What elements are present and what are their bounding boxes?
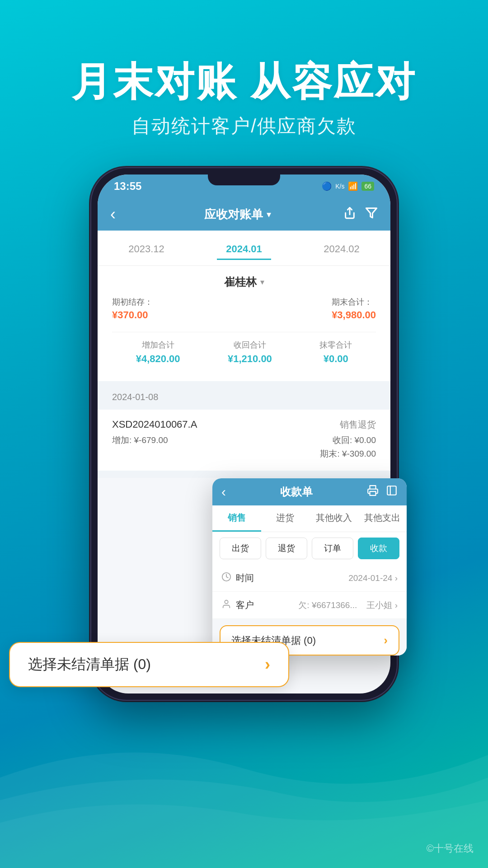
phone-mockup: 13:55 🔵 K/s 📶 66 ‹ 应收对账单 ▾ <box>90 167 398 701</box>
customer-row[interactable]: 客户 欠: ¥6671366... 王小姐 › <box>212 592 407 619</box>
svg-rect-3 <box>387 486 396 495</box>
time-row[interactable]: 时间 2024-01-24 › <box>212 565 407 592</box>
transaction-period-end: 期末: ¥-309.00 <box>320 448 376 460</box>
btn-return[interactable]: 退货 <box>266 538 307 559</box>
signal-text: K/s <box>335 183 344 190</box>
svg-marker-1 <box>366 208 376 217</box>
bluetooth-icon: 🔵 <box>322 181 332 191</box>
tab-sales[interactable]: 销售 <box>212 505 261 532</box>
watermark: ©十号在线 <box>427 842 474 855</box>
date-tabs: 2023.12 2024.01 2024.02 <box>98 231 390 266</box>
recovery-total-value: ¥1,210.00 <box>228 353 272 365</box>
header-actions <box>343 207 378 222</box>
share-icon[interactable] <box>343 207 356 222</box>
transaction-section: 2024-01-08 XSD2024010067.A 销售退货 增加: ¥-67… <box>98 381 390 478</box>
header-title-area: 应收对账单 ▾ <box>204 207 271 222</box>
transaction-date-header: 2024-01-08 <box>98 387 390 408</box>
customer-name: 崔桂林 <box>224 275 257 289</box>
tab-purchase[interactable]: 进货 <box>261 505 310 532</box>
status-icons: 🔵 K/s 📶 66 <box>322 181 374 191</box>
transaction-recovery: 收回: ¥0.00 <box>320 434 376 446</box>
btn-order[interactable]: 订单 <box>312 538 353 559</box>
hero-title: 月末对账 从容应对 <box>0 59 488 104</box>
transaction-increase: 增加: ¥-679.00 <box>112 434 168 462</box>
svg-point-6 <box>225 600 228 604</box>
transaction-right: 收回: ¥0.00 期末: ¥-309.00 <box>320 434 376 462</box>
increase-total-label: 增加合计 <box>136 340 180 350</box>
hero-subtitle: 自动统计客户/供应商欠款 <box>0 113 488 139</box>
summary-row: 期初结存： ¥370.00 期末合计： ¥3,980.00 <box>112 297 376 321</box>
opening-balance-label: 期初结存： <box>112 297 153 307</box>
closing-total: 期末合计： ¥3,980.00 <box>332 297 376 321</box>
phone-notch <box>208 175 280 185</box>
customer-row-label: 客户 <box>221 599 254 611</box>
opening-balance-amount: ¥370.00 <box>112 309 153 321</box>
customer-card: 崔桂林 ▾ 期初结存： ¥370.00 期末合计： ¥3,980.00 <box>98 266 390 381</box>
unsettled-banner-text: 选择未结清单据 (0) <box>28 655 151 675</box>
transaction-type: 销售退货 <box>340 419 376 431</box>
overlay-card: ‹ 收款单 销售 <box>212 478 407 656</box>
unsettled-inner-arrow: › <box>384 633 388 647</box>
recovery-total: 收回合计 ¥1,210.00 <box>228 340 272 365</box>
increase-total: 增加合计 ¥4,820.00 <box>136 340 180 365</box>
status-time: 13:55 <box>114 180 141 193</box>
date-tab-2024-02[interactable]: 2024.02 <box>314 240 369 260</box>
overlay-title: 收款单 <box>280 485 313 499</box>
customer-dropdown-icon[interactable]: ▾ <box>260 277 264 287</box>
btn-payment[interactable]: 收款 <box>358 538 399 559</box>
battery-icon: 66 <box>361 182 374 191</box>
app-header: ‹ 应收对账单 ▾ <box>98 198 390 231</box>
wifi-icon: 📶 <box>348 181 358 191</box>
customer-icon <box>221 599 231 611</box>
stats-row: 增加合计 ¥4,820.00 收回合计 ¥1,210.00 抹零合计 ¥0.00 <box>112 332 376 372</box>
time-label-text: 时间 <box>236 572 254 584</box>
btn-outgoing[interactable]: 出货 <box>220 538 261 559</box>
transaction-id: XSD2024010067.A <box>112 419 197 431</box>
overlay-header: ‹ 收款单 <box>212 478 407 505</box>
roundoff-total-value: ¥0.00 <box>319 353 352 365</box>
hero-section: 月末对账 从容应对 自动统计客户/供应商欠款 <box>0 0 488 166</box>
transaction-card[interactable]: XSD2024010067.A 销售退货 增加: ¥-679.00 收回: ¥0… <box>98 410 390 471</box>
overlay-header-icons <box>367 485 398 499</box>
back-button[interactable]: ‹ <box>110 205 132 224</box>
header-title-dropdown-icon[interactable]: ▾ <box>267 209 271 220</box>
list-icon[interactable] <box>386 485 398 499</box>
transaction-header: XSD2024010067.A 销售退货 <box>112 419 376 431</box>
overlay-back-button[interactable]: ‹ <box>221 484 226 500</box>
filter-icon[interactable] <box>365 207 378 222</box>
transaction-details: 增加: ¥-679.00 收回: ¥0.00 期末: ¥-309.00 <box>112 434 376 462</box>
closing-total-amount: ¥3,980.00 <box>332 309 376 321</box>
recovery-total-label: 收回合计 <box>228 340 272 350</box>
unsettled-banner[interactable]: 选择未结清单据 (0) › <box>9 642 289 687</box>
time-icon <box>221 572 231 584</box>
unsettled-banner-arrow: › <box>265 655 270 674</box>
tab-other-income[interactable]: 其他收入 <box>310 505 358 532</box>
date-tab-2023-12[interactable]: 2023.12 <box>119 240 174 260</box>
customer-row-label-text: 客户 <box>236 599 254 611</box>
action-buttons-row: 出货 退货 订单 收款 <box>212 532 407 565</box>
customer-name-row: 崔桂林 ▾ <box>112 275 376 289</box>
date-tab-2024-01[interactable]: 2024.01 <box>217 240 271 260</box>
closing-total-label: 期末合计： <box>332 297 376 307</box>
svg-rect-2 <box>370 491 376 495</box>
increase-total-value: ¥4,820.00 <box>136 353 180 365</box>
overlay-sub-tabs: 销售 进货 其他收入 其他支出 <box>212 505 407 532</box>
customer-row-value: 欠: ¥6671366... 王小姐 › <box>298 599 398 611</box>
opening-balance: 期初结存： ¥370.00 <box>112 297 153 321</box>
roundoff-total-label: 抹零合计 <box>319 340 352 350</box>
time-value: 2024-01-24 › <box>348 573 398 583</box>
print-icon[interactable] <box>367 485 379 499</box>
time-label: 时间 <box>221 572 254 584</box>
header-title: 应收对账单 <box>204 207 263 222</box>
tab-other-expense[interactable]: 其他支出 <box>358 505 407 532</box>
roundoff-total: 抹零合计 ¥0.00 <box>319 340 352 365</box>
